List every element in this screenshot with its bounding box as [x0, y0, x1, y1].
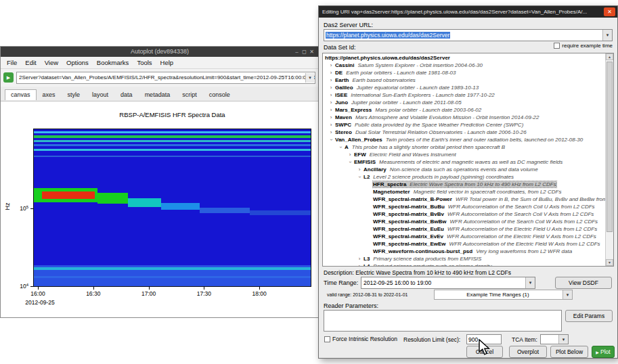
expand-icon[interactable]: ›	[327, 84, 335, 91]
tree-node-Earth[interactable]: ›EarthEarth based observatories	[323, 76, 605, 84]
server-url-combo[interactable]: https://planet.physics.uiowa.edu/das/das…	[324, 29, 613, 41]
autoplot-titlebar[interactable]: Autoplot (dev894338) –◻✕	[1, 47, 319, 57]
expand-icon[interactable]: ›	[327, 129, 335, 136]
uri-dropdown-icon[interactable]: ▾	[305, 73, 314, 83]
tree-node-Stereo[interactable]: ›StereoDual Solar Terrestrial Relation O…	[323, 129, 605, 136]
plot-button[interactable]: ▶Plot	[592, 346, 615, 358]
tree-node-Ancillary[interactable]: ›AncillaryNon-science data such as opera…	[323, 166, 605, 173]
menu-help[interactable]: Help	[156, 57, 178, 68]
scrollbar-thumb[interactable]	[606, 62, 613, 232]
menu-view[interactable]: View	[41, 57, 62, 68]
uri-go-icon[interactable]: ▶	[3, 72, 14, 83]
tree-node-label: WFR_spectral-matrix_BwBwWFR Autocorrelat…	[373, 219, 598, 225]
tca-item-combo[interactable]: ▾	[540, 334, 569, 344]
tree-node-DE[interactable]: ›DEEarth polar orbiters - Launch date 19…	[323, 69, 605, 76]
collapse-icon[interactable]: ›	[347, 158, 354, 166]
minimize-icon[interactable]: –	[293, 47, 301, 57]
tree-node-WFR_waveform-continuous-burst_psd[interactable]: WFR_waveform-continuous-burst_psdVery lo…	[323, 248, 605, 255]
tree-node-WFR_spectral-matrix_BuBu[interactable]: WFR_spectral-matrix_BuBuWFR Autocorrelat…	[323, 203, 605, 210]
tree-node-desc: WFR Autocorrelation of the Search Coil V…	[447, 211, 594, 217]
tree-node-name: Juno	[335, 99, 348, 106]
spectrogram-band	[128, 198, 161, 207]
tree-node-ISEE[interactable]: ›ISEEInternational Sun-Earth Explorers -…	[323, 91, 605, 99]
time-range-combo[interactable]: 2012-09-25 16:00 to 19:00 ▾	[361, 277, 535, 289]
expand-icon[interactable]: ›	[327, 91, 335, 99]
tab-axes[interactable]: axes	[37, 89, 62, 100]
spectrogram[interactable]	[33, 129, 311, 287]
example-ranges-combo[interactable]: Example Time Ranges (1) ▾	[434, 290, 573, 300]
menu-bookmarks[interactable]: Bookmarks	[93, 57, 133, 68]
expand-icon[interactable]: ›	[327, 76, 335, 84]
tree-node-WFR_spectral-matrix_EuEu[interactable]: WFR_spectral-matrix_EuEuWFR Autocorrelat…	[323, 225, 605, 233]
tree-node-Mars_Express[interactable]: ›Mars_ExpressMars polar orbiter - Launch…	[323, 106, 605, 114]
view-dsdf-button[interactable]: View DSDF	[555, 277, 612, 289]
edit-params-button[interactable]: Edit Params	[565, 310, 613, 322]
tree-node-Van_Allen_Probes[interactable]: ›Van_Allen_ProbesTwin probes of the Eart…	[323, 136, 605, 143]
scroll-up-icon[interactable]: ▴	[606, 53, 613, 60]
checkbox-icon[interactable]	[324, 336, 330, 342]
tree-node-EFW[interactable]: ›EFWElectric Field and Waves Instrument	[323, 151, 605, 158]
expand-icon[interactable]: ›	[327, 114, 335, 121]
tree-scrollbar[interactable]: ▴ ▾	[605, 53, 613, 266]
autoplot-window-title: Autoplot (dev894338)	[131, 48, 189, 55]
tree-node-Maven[interactable]: ›MavenMars Atmosphere and Volatile Evolu…	[323, 114, 605, 121]
tree-node-Galileo[interactable]: ›GalileoJupiter equatorial orbiter - Lau…	[323, 84, 605, 91]
tree-node-WFR_spectral-matrix_BwBw[interactable]: WFR_spectral-matrix_BwBwWFR Autocorrelat…	[323, 218, 605, 225]
menu-edit[interactable]: Edit	[21, 57, 40, 68]
overplot-button[interactable]: Overplot	[509, 346, 547, 358]
tree-node-SWPC[interactable]: ›SWPCPublic data provided by the Space W…	[323, 121, 605, 129]
tree-node-Cassini[interactable]: ›CassiniSaturn System Explorer - Orbit i…	[323, 62, 605, 69]
close-icon[interactable]: ✕	[308, 47, 315, 57]
force-intrinsic-checkbox[interactable]: Force Intrinsic Resolution	[324, 336, 397, 342]
chevron-down-icon[interactable]: ▾	[525, 277, 535, 288]
collapse-icon[interactable]: ›	[356, 173, 363, 181]
tab-metadata[interactable]: metadata	[139, 89, 177, 100]
plot-canvas[interactable]: RBSP-A/EMFISIS HFR Spectra Data Hz 10510…	[1, 101, 319, 317]
plot-below-button[interactable]: Plot Below	[550, 346, 588, 358]
tree-node-L2[interactable]: ›L2Level 2 science products in payload (…	[323, 173, 605, 181]
tree-node-A[interactable]: ›AThis probe has a slightly shorter orbi…	[323, 143, 605, 151]
maximize-icon[interactable]: ◻	[301, 47, 308, 57]
tab-data[interactable]: data	[114, 89, 139, 100]
tab-script[interactable]: script	[176, 89, 203, 100]
tab-style[interactable]: style	[62, 89, 87, 100]
expand-icon[interactable]: ›	[355, 166, 363, 173]
tree-node-HFR_spectra[interactable]: HFR_spectraElectric Wave Spectra from 10…	[323, 181, 605, 188]
tree-node-WFR_spectral-matrix_EvEv[interactable]: WFR_spectral-matrix_EvEvWFR Autocorrelat…	[323, 233, 605, 240]
expand-icon[interactable]: ›	[355, 255, 363, 263]
expand-icon[interactable]: ›	[327, 121, 335, 129]
expand-icon[interactable]: ›	[346, 151, 354, 158]
expand-icon[interactable]: ›	[327, 69, 335, 76]
checkbox-icon[interactable]	[554, 43, 560, 49]
dialog-titlebar[interactable]: Editing URI vap+das2server:https://plane…	[319, 6, 617, 18]
tree-node-Magnetometer[interactable]: MagnetometerMagnetic field vector in spa…	[323, 188, 605, 196]
collapse-icon[interactable]: ›	[337, 143, 345, 151]
reader-params-input[interactable]	[324, 310, 562, 332]
tree-node-WFR_spectral-matrix_EwEw[interactable]: WFR_spectral-matrix_EwEwWFR Autocorrelat…	[323, 240, 605, 248]
scroll-down-icon[interactable]: ▾	[606, 259, 613, 266]
expand-icon[interactable]: ›	[355, 263, 363, 266]
tree-node-L4[interactable]: ›L4Derived science products such as plas…	[323, 263, 605, 266]
tree-node-EMFISIS[interactable]: ›EMFISISMeasurements of electric and mag…	[323, 158, 605, 166]
menu-options[interactable]: Options	[62, 57, 93, 68]
menu-file[interactable]: File	[3, 57, 21, 68]
tab-canvas[interactable]: canvas	[5, 89, 37, 100]
close-icon[interactable]: ✕	[604, 7, 615, 16]
tab-console[interactable]: console	[203, 89, 236, 100]
dataset-tree[interactable]: https://planet.physics.uiowa.edu/das/das…	[322, 53, 614, 267]
tree-node-Juno[interactable]: ›JunoJupiter polar orbiter - Launch date…	[323, 99, 605, 106]
menu-tools[interactable]: Tools	[133, 57, 156, 68]
tab-layout[interactable]: layout	[86, 89, 114, 100]
expand-icon[interactable]: ›	[327, 62, 335, 69]
expand-icon[interactable]: ›	[327, 99, 335, 106]
tree-node-WFR_spectral-matrix_B-Power[interactable]: WFR_spectral-matrix_B-PowerWFR Total pow…	[323, 196, 605, 203]
tree-node-WFR_spectral-matrix_BvBv[interactable]: WFR_spectral-matrix_BvBvWFR Autocorrelat…	[323, 210, 605, 218]
chevron-down-icon[interactable]: ▾	[558, 335, 568, 344]
tree-node-L3[interactable]: ›L3Primary science data products from EM…	[323, 255, 605, 263]
expand-icon[interactable]: ›	[327, 106, 335, 114]
chevron-down-icon[interactable]: ▾	[562, 290, 572, 299]
chevron-down-icon[interactable]: ▾	[602, 30, 612, 41]
require-example-time-checkbox[interactable]: require example time	[554, 43, 613, 49]
collapse-icon[interactable]: ›	[328, 136, 335, 143]
uri-input[interactable]: 2Server?dataset=Van_Allen_Probes/A/EMFIS…	[16, 72, 315, 84]
